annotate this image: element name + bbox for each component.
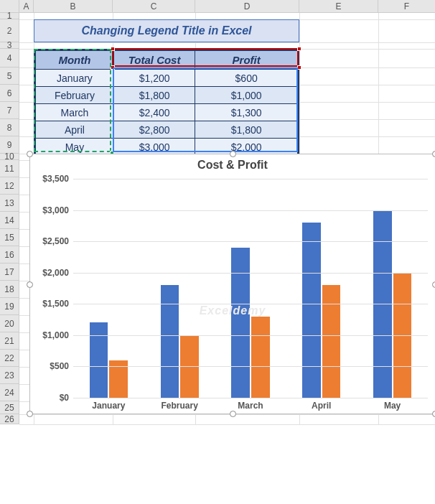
row-header-1[interactable]: 1 bbox=[0, 13, 19, 19]
chart-object[interactable]: Cost & Profit $0$500$1,000$1,500$2,000$2… bbox=[29, 154, 435, 414]
table-header-month[interactable]: Month bbox=[36, 51, 114, 70]
chart-resize-handle[interactable] bbox=[432, 411, 435, 417]
row-header-20[interactable]: 20 bbox=[0, 315, 19, 332]
row-header-10[interactable]: 10 bbox=[0, 154, 19, 160]
bar-total-cost-january[interactable] bbox=[90, 322, 108, 398]
x-label: April bbox=[286, 398, 357, 411]
col-header-D[interactable]: D bbox=[195, 0, 299, 13]
chart-resize-handle[interactable] bbox=[27, 151, 33, 157]
bar-profit-march[interactable] bbox=[251, 317, 270, 398]
cell-r9-c4[interactable]: $2,000 bbox=[195, 139, 298, 156]
row-header-21[interactable]: 21 bbox=[0, 332, 19, 350]
bar-total-cost-april[interactable] bbox=[302, 223, 321, 398]
cell-r7-c2[interactable]: March bbox=[36, 104, 114, 121]
bar-total-cost-february[interactable] bbox=[161, 285, 179, 398]
row-header-19[interactable]: 19 bbox=[0, 298, 19, 315]
cell-r9-c2[interactable]: May bbox=[36, 139, 114, 156]
row-header-2[interactable]: 2 bbox=[0, 19, 19, 42]
y-tick: $1,000 bbox=[42, 330, 73, 340]
cell-r7-c4[interactable]: $1,300 bbox=[195, 104, 298, 121]
row-header-8[interactable]: 8 bbox=[0, 119, 19, 136]
x-label: March bbox=[215, 398, 286, 411]
row-header-7[interactable]: 7 bbox=[0, 102, 19, 119]
chart-plot-area[interactable]: $0$500$1,000$1,500$2,000$2,500$3,000$3,5… bbox=[73, 179, 428, 398]
cell-r6-c3[interactable]: $1,800 bbox=[113, 87, 195, 104]
row-header-6[interactable]: 6 bbox=[0, 85, 19, 102]
x-label: February bbox=[144, 398, 215, 411]
row-header-16[interactable]: 16 bbox=[0, 246, 19, 263]
row-header-5[interactable]: 5 bbox=[0, 67, 19, 85]
bar-profit-april[interactable] bbox=[322, 285, 341, 398]
col-header-B[interactable]: B bbox=[34, 0, 113, 13]
row-header-22[interactable]: 22 bbox=[0, 350, 19, 367]
chart-resize-handle[interactable] bbox=[432, 281, 435, 288]
cell-r8-c3[interactable]: $2,800 bbox=[113, 121, 195, 139]
y-tick: $0 bbox=[60, 393, 73, 403]
row-header-12[interactable]: 12 bbox=[0, 177, 19, 195]
chart-resize-handle[interactable] bbox=[27, 411, 33, 417]
chart-resize-handle[interactable] bbox=[27, 281, 33, 288]
x-label: January bbox=[73, 398, 144, 411]
cell-r6-c4[interactable]: $1,000 bbox=[195, 87, 298, 104]
y-tick: $500 bbox=[50, 361, 73, 371]
chart-resize-handle[interactable] bbox=[432, 151, 435, 157]
cell-r5-c4[interactable]: $600 bbox=[195, 70, 298, 87]
row-header-3[interactable]: 3 bbox=[0, 42, 19, 49]
cell-r9-c3[interactable]: $3,000 bbox=[113, 139, 195, 156]
x-label: May bbox=[357, 398, 428, 411]
row-header-26[interactable]: 26 bbox=[0, 414, 19, 424]
title-cell[interactable]: Changing Legend Title in Excel bbox=[34, 19, 299, 42]
cell-r5-c2[interactable]: January bbox=[36, 70, 114, 87]
y-tick: $1,500 bbox=[42, 299, 73, 309]
chart-resize-handle[interactable] bbox=[230, 151, 236, 157]
cell-r5-c3[interactable]: $1,200 bbox=[113, 70, 195, 87]
col-header-F[interactable]: F bbox=[378, 0, 435, 13]
cell-r6-c2[interactable]: February bbox=[36, 87, 114, 104]
table-header-profit[interactable]: Profit bbox=[195, 51, 298, 70]
row-header-14[interactable]: 14 bbox=[0, 212, 19, 229]
y-tick: $3,000 bbox=[42, 205, 73, 215]
col-header-E[interactable]: E bbox=[299, 0, 378, 13]
row-header-4[interactable]: 4 bbox=[0, 49, 19, 67]
row-header-18[interactable]: 18 bbox=[0, 281, 19, 298]
bar-total-cost-march[interactable] bbox=[231, 248, 250, 398]
cell-r7-c3[interactable]: $2,400 bbox=[113, 104, 195, 121]
row-header-13[interactable]: 13 bbox=[0, 195, 19, 212]
row-header-24[interactable]: 24 bbox=[0, 384, 19, 401]
col-header-C[interactable]: C bbox=[113, 0, 195, 13]
row-header-25[interactable]: 25 bbox=[0, 401, 19, 414]
cell-r8-c2[interactable]: April bbox=[36, 121, 114, 139]
col-header-A[interactable]: A bbox=[19, 0, 34, 13]
y-tick: $3,500 bbox=[42, 174, 73, 184]
data-table[interactable]: MonthTotal CostProfit January$1,200$600F… bbox=[34, 49, 299, 154]
row-header-17[interactable]: 17 bbox=[0, 263, 19, 281]
row-header-15[interactable]: 15 bbox=[0, 229, 19, 246]
table-header-total-cost[interactable]: Total Cost bbox=[113, 51, 195, 70]
y-tick: $2,500 bbox=[42, 236, 73, 246]
row-header-23[interactable]: 23 bbox=[0, 367, 19, 384]
title-text: Changing Legend Title in Excel bbox=[81, 24, 251, 37]
cell-r8-c4[interactable]: $1,800 bbox=[195, 121, 298, 139]
chart-resize-handle[interactable] bbox=[230, 411, 236, 417]
row-header-11[interactable]: 11 bbox=[0, 160, 19, 177]
y-tick: $2,000 bbox=[42, 268, 73, 278]
chart-title[interactable]: Cost & Profit bbox=[30, 159, 435, 172]
